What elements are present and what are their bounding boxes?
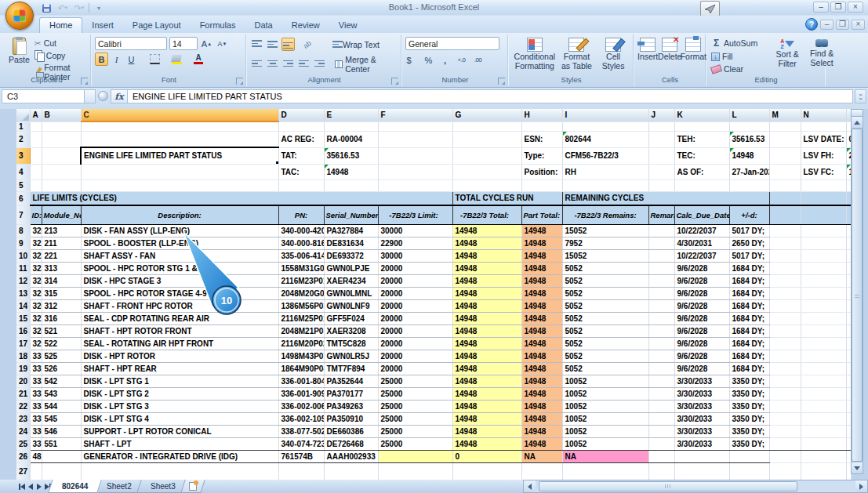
cell-description[interactable]: SEAL - CDP ROTATING REAR AIR	[81, 312, 278, 324]
cell-total[interactable]: 14948	[452, 412, 521, 425]
row-header[interactable]: 14	[16, 299, 30, 312]
cell-limit[interactable]: 20000	[378, 299, 452, 312]
cell-remains[interactable]: 7952	[562, 237, 648, 249]
cell-serial-number[interactable]: DE726468	[324, 437, 378, 450]
cell[interactable]	[801, 375, 846, 387]
cell[interactable]	[801, 450, 846, 462]
cell-module-no[interactable]: 221	[42, 249, 81, 262]
ribbon-tab[interactable]: View	[329, 18, 367, 33]
cell-esn-label[interactable]: ESN:	[521, 131, 562, 147]
cell[interactable]	[378, 121, 452, 131]
cell-remains[interactable]: 5052	[562, 287, 648, 299]
increase-decimal-button[interactable]: +.0	[455, 53, 468, 67]
cell-description[interactable]: SPOOL - HPC ROTOR STAGE 4-9	[81, 287, 278, 299]
cell-pn[interactable]: 2048M20G03	[278, 287, 324, 299]
cell-module-no[interactable]: 543	[42, 387, 81, 400]
cell-serial-number[interactable]: GWN0LMNL	[324, 287, 378, 299]
cell[interactable]	[30, 164, 42, 179]
cell[interactable]	[42, 164, 81, 179]
cell-c3-title-selected[interactable]: ENGINE LIFE LIMITED PART STATUS	[81, 147, 278, 164]
cell-limit[interactable]: 20000	[378, 262, 452, 274]
cell-id[interactable]: 334	[30, 400, 42, 412]
ribbon-tab[interactable]: Review	[282, 18, 329, 33]
cell[interactable]	[42, 147, 81, 164]
cell[interactable]	[452, 121, 521, 131]
ribbon-tab[interactable]: Data	[245, 18, 281, 33]
merge-center-button[interactable]: Merge & Center	[333, 54, 398, 74]
cell[interactable]	[30, 131, 42, 147]
cell[interactable]	[42, 131, 81, 147]
conditional-formatting-button[interactable]: Conditional Formatting	[513, 36, 557, 75]
cell[interactable]	[769, 205, 801, 224]
cell-plus-minus-d[interactable]: 3350 DY;	[729, 437, 769, 450]
cell[interactable]	[769, 337, 801, 350]
cell-remarks[interactable]	[648, 400, 674, 412]
cell-module-no[interactable]: 545	[42, 412, 81, 425]
cell-remains[interactable]: 10052	[562, 412, 648, 425]
cell[interactable]	[30, 147, 42, 164]
cell[interactable]	[729, 179, 769, 191]
find-select-button[interactable]: Find & Select	[805, 36, 838, 75]
cell-remarks[interactable]	[648, 425, 674, 437]
cell[interactable]	[769, 362, 801, 375]
cell-limit[interactable]	[378, 450, 452, 462]
cell[interactable]	[801, 205, 846, 224]
cell-part-total[interactable]: 14948	[521, 312, 562, 324]
column-header-c-selected[interactable]: C	[81, 109, 278, 121]
cell-remarks[interactable]	[648, 299, 674, 312]
cell-description[interactable]: DISK - LPT STG 2	[81, 387, 278, 400]
name-box-dropdown[interactable]	[85, 89, 96, 103]
column-header-a[interactable]: A	[30, 109, 42, 121]
select-all-corner[interactable]	[16, 109, 30, 121]
row-header-4[interactable]: 4	[16, 164, 30, 179]
cell[interactable]	[452, 131, 521, 147]
cell-id[interactable]: 321	[30, 237, 42, 249]
cell-total[interactable]: 0	[452, 450, 521, 462]
cell-description[interactable]: DISK - FAN ASSY (LLP-ENG)	[81, 224, 278, 237]
cut-button[interactable]: ✂Cut	[33, 38, 88, 49]
cell-pn[interactable]: 1386M56P03	[278, 299, 324, 312]
cell-module-no[interactable]: 315	[42, 287, 81, 299]
cell-part-total[interactable]: 14948	[521, 274, 562, 287]
cell[interactable]	[278, 121, 324, 131]
header-total[interactable]: -7B22/3 Total:	[452, 205, 521, 224]
cell-styles-button[interactable]: Cell Styles	[597, 36, 630, 75]
cell-part-total[interactable]: 14948	[521, 387, 562, 400]
row-header[interactable]: 24	[16, 425, 30, 437]
cell-calc-due-date[interactable]	[674, 450, 729, 462]
cell-description[interactable]: SHAFT ASSY - FAN	[81, 249, 278, 262]
cell-remarks[interactable]	[648, 287, 674, 299]
cell-calc-due-date[interactable]: 3/30/2033	[674, 412, 729, 425]
cell-remains[interactable]: 5052	[562, 350, 648, 362]
column-header-b[interactable]: B	[42, 109, 81, 121]
align-right-button[interactable]	[281, 58, 295, 71]
clipboard-dialog-launcher[interactable]	[81, 78, 88, 85]
cell-pn[interactable]: 2048M21P03	[278, 324, 324, 337]
cell[interactable]	[801, 249, 846, 262]
cell[interactable]	[801, 274, 846, 287]
scroll-right-button[interactable]	[855, 480, 867, 492]
cell-part-total[interactable]: 14948	[521, 412, 562, 425]
column-header-e[interactable]: E	[324, 109, 378, 121]
cell-module-no[interactable]: 211	[42, 237, 81, 249]
band-remaining-cycles[interactable]: REMAINING CYCLES	[562, 191, 769, 205]
cell-description[interactable]: SHAFT - FRONT HPC ROTOR	[81, 299, 278, 312]
row-header-26[interactable]: 26	[16, 450, 30, 462]
cell-serial-number[interactable]: XAER3208	[324, 324, 378, 337]
cell-pn[interactable]: 336-001-909-0	[278, 387, 324, 400]
cell-limit[interactable]: 25000	[378, 387, 452, 400]
align-center-button[interactable]	[266, 58, 279, 71]
cell[interactable]	[769, 350, 801, 362]
row-header[interactable]: 12	[16, 274, 30, 287]
row-header[interactable]: 8	[16, 224, 30, 237]
help-button[interactable]: ?	[805, 18, 818, 31]
wrap-text-button[interactable]: Wrap Text	[331, 39, 381, 50]
cell[interactable]	[378, 164, 452, 179]
cell[interactable]	[801, 179, 846, 191]
cell-description[interactable]: SPOOL - HPC ROTOR STG 1 & 2	[81, 262, 278, 274]
cell[interactable]	[729, 121, 769, 131]
cell-module-no[interactable]: 521	[42, 324, 81, 337]
cell-part-total[interactable]: 14948	[521, 375, 562, 387]
cell[interactable]	[801, 299, 846, 312]
cell-plus-minus-d[interactable]: 1684 DY;	[729, 262, 769, 274]
